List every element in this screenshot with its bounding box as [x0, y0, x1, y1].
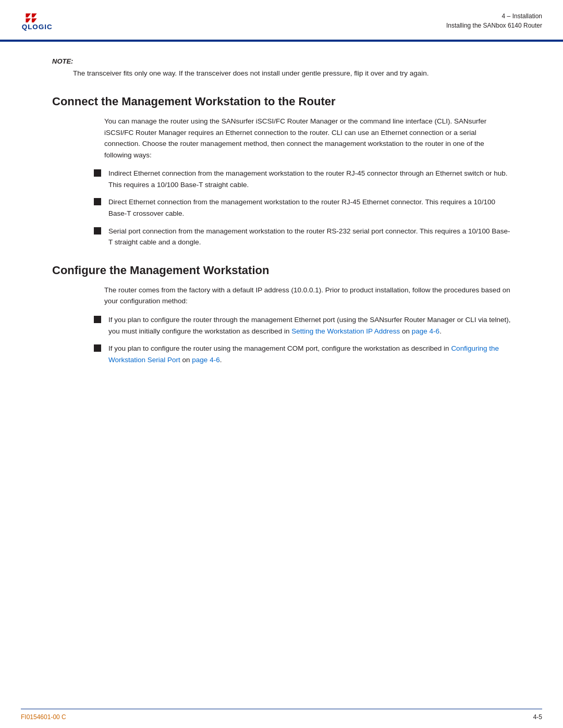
- bullet-text-before2: If you plan to configure the router usin…: [108, 344, 451, 352]
- bullet-icon: [94, 169, 101, 177]
- note-section: NOTE: The transceiver fits only one way.…: [52, 57, 511, 79]
- svg-text:QLOGIC: QLOGIC: [22, 23, 53, 31]
- bullet-text-between2: on: [180, 356, 192, 364]
- chapter-title: 4 – Installation: [446, 11, 542, 21]
- chapter-subtitle: Installing the SANbox 6140 Router: [446, 21, 542, 30]
- workstation-ip-link[interactable]: Setting the Workstation IP Address: [291, 327, 400, 335]
- section-connect: Connect the Management Workstation to th…: [52, 95, 511, 248]
- svg-marker-2: [32, 14, 37, 18]
- bullet-text-end1: .: [439, 327, 442, 335]
- header-right: 4 – Installation Installing the SANbox 6…: [446, 9, 542, 30]
- section2-heading: Configure the Management Workstation: [52, 264, 511, 277]
- note-text: The transceiver fits only one way. If th…: [73, 68, 511, 79]
- bullet-text-link2: If you plan to configure the router usin…: [108, 343, 511, 365]
- svg-marker-0: [26, 14, 31, 18]
- svg-marker-1: [26, 18, 31, 22]
- qlogic-logo: QLOGIC: [21, 9, 68, 35]
- bullet-icon: [94, 344, 101, 352]
- list-item: Indirect Ethernet connection from the ma…: [94, 168, 511, 190]
- bullet-icon: [94, 227, 101, 235]
- bullet-icon: [94, 198, 101, 205]
- bullet-text: Direct Ethernet connection from the mana…: [108, 196, 511, 219]
- footer-page-number: 4-5: [533, 713, 542, 721]
- page-footer: FI0154601-00 C 4-5: [0, 702, 563, 729]
- page-header: QLOGIC 4 – Installation Installing the S…: [0, 0, 563, 35]
- svg-marker-3: [32, 18, 37, 22]
- note-label: NOTE:: [52, 57, 511, 65]
- page-content: NOTE: The transceiver fits only one way.…: [0, 42, 563, 389]
- page-4-6-link-1[interactable]: page 4-6: [412, 327, 439, 335]
- section2-bullet-list: If you plan to configure the router thro…: [94, 314, 511, 365]
- bullet-icon: [94, 316, 101, 323]
- footer-divider: [21, 709, 542, 710]
- section1-heading: Connect the Management Workstation to th…: [52, 95, 511, 108]
- bullet-text-between: on: [400, 327, 412, 335]
- page-4-6-link-2[interactable]: page 4-6: [192, 356, 219, 364]
- section1-intro: You can manage the router using the SANs…: [104, 116, 511, 161]
- section-configure: Configure the Management Workstation The…: [52, 264, 511, 366]
- list-item: If you plan to configure the router usin…: [94, 343, 511, 365]
- footer-content: FI0154601-00 C 4-5: [21, 713, 542, 721]
- logo-area: QLOGIC: [21, 9, 68, 35]
- bullet-text-end2: .: [220, 356, 222, 364]
- footer-doc-id: FI0154601-00 C: [21, 713, 66, 721]
- list-item: Direct Ethernet connection from the mana…: [94, 196, 511, 219]
- bullet-text: Indirect Ethernet connection from the ma…: [108, 168, 511, 190]
- bullet-text-link1: If you plan to configure the router thro…: [108, 314, 511, 337]
- list-item: If you plan to configure the router thro…: [94, 314, 511, 337]
- section2-intro: The router comes from the factory with a…: [104, 285, 511, 307]
- list-item: Serial port connection from the manageme…: [94, 226, 511, 248]
- bullet-text: Serial port connection from the manageme…: [108, 226, 511, 248]
- section1-bullet-list: Indirect Ethernet connection from the ma…: [94, 168, 511, 248]
